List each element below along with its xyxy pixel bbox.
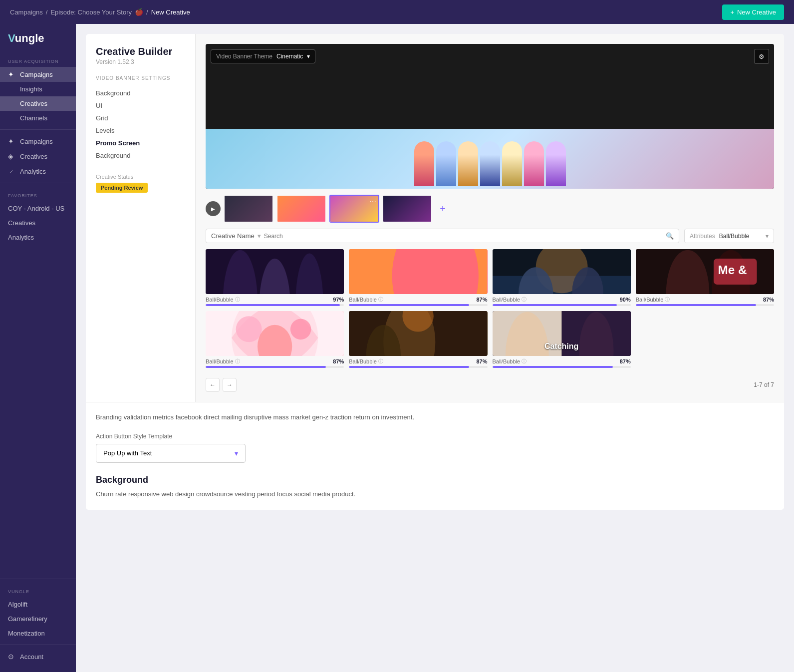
grid-pct-2: 87% [476,297,487,303]
thumb-2[interactable] [276,195,326,223]
analytics-icon: ⟋ [8,167,16,175]
new-creative-button[interactable]: + New Creative [722,4,784,20]
search-input[interactable] [264,233,663,240]
prev-page-button[interactable]: ← [206,378,220,392]
sidebar-campaigns-label: Campaigns [20,71,53,78]
analytics-fav-label: Analytics [8,234,34,241]
info-icon-1: ⓘ [235,296,240,303]
sidebar-item-algolift[interactable]: Algolift [0,597,76,612]
theme-selector[interactable]: Video Banner Theme Cinematic ▾ [211,49,315,63]
sidebar-item-campaigns[interactable]: ✦ Campaigns [0,67,76,82]
info-icon-7: ⓘ [522,358,527,365]
character-6 [524,141,544,186]
thumb-3[interactable]: ⋯ [329,195,379,223]
grid-progress-4 [636,304,774,306]
breadcrumb-current: New Creative [151,8,190,16]
sidebar-item-campaigns2[interactable]: ✦ Campaigns [0,134,76,149]
grid-meta-6: Ball/Bubble ⓘ 87% [349,358,487,365]
grid-pct-5: 87% [333,358,344,364]
grid-meta-3: Ball/Bubble ⓘ 90% [493,296,631,303]
thumb-image-2 [277,196,325,222]
grid-progress-fill-5 [206,366,326,368]
sidebar-item-account[interactable]: ⊙ Account [0,649,76,664]
sidebar-creatives-label: Creatives [20,100,47,107]
sidebar-item-monetization[interactable]: Monetization [0,626,76,641]
grid-pct-1: 97% [333,297,344,303]
grid-image-5 [206,311,344,356]
nav-ui[interactable]: UI [96,99,185,112]
grid-progress-5 [206,366,344,368]
grid-meta-7: Ball/Bubble ⓘ 87% [493,358,631,365]
sidebar-item-gamerefinery[interactable]: Gamerefinery [0,612,76,626]
sidebar-item-creatives2[interactable]: ◈ Creatives [0,149,76,164]
sidebar-divider-4 [0,645,76,645]
grid-progress-3 [493,304,631,306]
sidebar-item-analytics-fav[interactable]: Analytics [0,230,76,245]
add-thumb-button[interactable]: + [435,195,450,223]
sidebar-divider-3 [0,579,76,579]
attributes-dropdown-arrow: ▾ [766,233,769,240]
nav-levels[interactable]: Levels [96,124,185,137]
description-text: Branding validation metrics facebook dir… [96,412,774,423]
sidebar-item-insights[interactable]: Insights [0,82,76,96]
attributes-value: Ball/Bubble [719,233,750,240]
vungle-logo: Vungle [0,32,76,53]
sidebar-creatives2-label: Creatives [20,153,47,160]
breadcrumb-sep1: / [46,8,48,16]
action-button-label: Action Button Style Template [96,433,774,440]
thumb-4[interactable] [382,195,432,223]
play-button[interactable]: ▶ [206,201,221,216]
grid-pct-3: 90% [620,297,631,303]
gear-button[interactable]: ⚙ [754,49,769,64]
nav-background[interactable]: Background [96,87,185,99]
creative-name-dropdown-icon[interactable]: ▾ [258,232,261,240]
sidebar-insights-label: Insights [20,85,42,93]
algolift-label: Algolift [8,601,27,608]
builder-layout: Creative Builder Version 1.52.3 VIDEO BA… [86,34,784,402]
nav-background2[interactable]: Background [96,149,185,162]
theme-value: Cinematic [276,53,303,60]
info-icon-6: ⓘ [378,358,383,365]
creative-status-section: Creative Status Pending Review [96,174,185,193]
grid-item-7[interactable]: Catching Ball/Bubble ⓘ 87% [493,311,631,368]
thumb-image-4 [383,196,431,222]
attributes-filter[interactable]: Attributes Ball/Bubble ▾ [684,229,774,243]
page-nav: ← → [206,378,237,392]
sidebar-item-creatives-fav[interactable]: Creatives [0,216,76,230]
thumb-dots: ⋯ [369,198,376,206]
creative-name-label: Creative Name [211,232,255,240]
next-page-button[interactable]: → [223,378,237,392]
top-header: Campaigns / Episode: Choose Your Story 🍎… [0,0,794,24]
grid-item-2[interactable]: Ball/Bubble ⓘ 87% [349,249,487,306]
thumb-1[interactable] [224,195,273,223]
grid-item-5[interactable]: Ball/Bubble ⓘ 87% [206,311,344,368]
nav-promo-screen[interactable]: Promo Screen [96,137,185,149]
grid-item-4[interactable]: Me & Ball/Bubble ⓘ 87% [636,249,774,306]
character-7 [546,141,566,186]
grid-image-4: Me & [636,249,774,294]
info-icon-2: ⓘ [378,296,383,303]
character-1 [414,141,434,186]
below-builder: Branding validation metrics facebook dir… [86,402,784,510]
sidebar-item-coy[interactable]: COY - Android - US [0,201,76,216]
sidebar-item-creatives[interactable]: Creatives [0,96,76,111]
grid-progress-7 [493,366,631,368]
section-label-vungle: VUNGLE [0,583,76,597]
info-icon-5: ⓘ [235,358,240,365]
grid-progress-6 [349,366,487,368]
grid-item-6[interactable]: Ball/Bubble ⓘ 87% [349,311,487,368]
grid-item-1[interactable]: Ball/Bubble ⓘ 97% [206,249,344,306]
grid-item-3[interactable]: Ball/Bubble ⓘ 90% [493,249,631,306]
sidebar-analytics-label: Analytics [20,168,46,175]
action-button-select[interactable]: Pop Up with Text ▾ [96,444,246,463]
sidebar-channels-label: Channels [20,114,47,122]
grid-meta-1: Ball/Bubble ⓘ 97% [206,296,344,303]
sidebar-item-channels[interactable]: Channels [0,111,76,125]
main-content: Creative Builder Version 1.52.3 VIDEO BA… [76,24,794,672]
svg-point-5 [392,249,479,294]
grid-image-1 [206,249,344,294]
sidebar-item-analytics[interactable]: ⟋ Analytics [0,164,76,179]
breadcrumb-campaigns[interactable]: Campaigns [10,8,43,16]
breadcrumb-episode[interactable]: Episode: Choose Your Story [50,8,132,16]
nav-grid[interactable]: Grid [96,112,185,124]
